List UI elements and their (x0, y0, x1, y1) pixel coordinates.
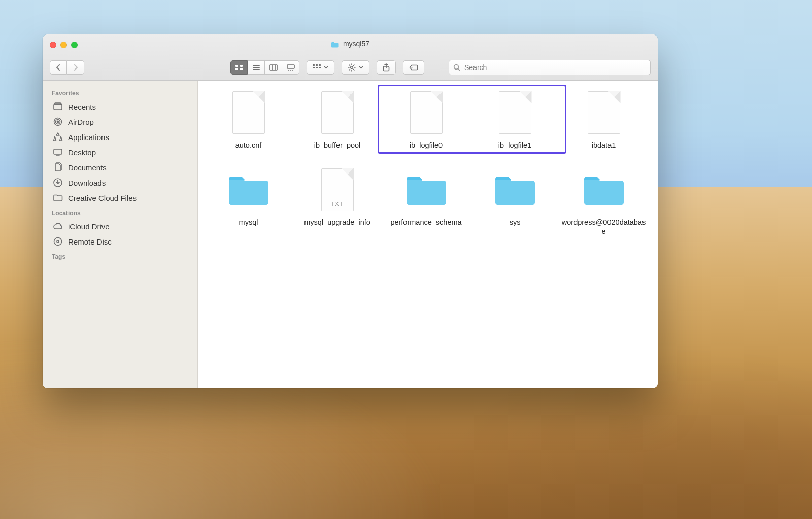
share-button[interactable] (377, 60, 396, 75)
svg-rect-7 (316, 64, 318, 66)
file-item[interactable]: ib_logfile0 (382, 87, 470, 150)
svg-rect-0 (235, 65, 238, 67)
desktop-icon (53, 147, 63, 157)
svg-point-23 (54, 238, 62, 246)
file-item[interactable]: ibdata1 (559, 87, 648, 150)
svg-point-24 (57, 240, 59, 243)
search-input[interactable] (463, 63, 646, 72)
sidebar-item-label: iCloud Drive (68, 222, 110, 231)
svg-rect-21 (54, 149, 62, 154)
item-name: wordpress@0020database (559, 218, 648, 236)
sidebar-item-creative-cloud[interactable]: Creative Cloud Files (49, 190, 193, 205)
search-field[interactable] (449, 60, 651, 75)
sidebar-section-label: Locations (52, 210, 190, 217)
sidebar-item-label: Creative Cloud Files (68, 194, 137, 202)
svg-rect-10 (316, 67, 318, 68)
content-area[interactable]: auto.cnfib_buffer_poolib_logfile0ib_logf… (198, 81, 658, 388)
folder-item[interactable]: performance_schema (382, 164, 470, 236)
svg-rect-6 (313, 64, 315, 66)
grid-dropdown-icon (313, 64, 321, 71)
applications-icon (53, 132, 63, 142)
window-chrome: mysql57 (43, 34, 658, 81)
svg-point-12 (351, 66, 353, 69)
item-name: auto.cnf (204, 141, 293, 150)
airdrop-icon (53, 117, 63, 127)
list-icon (252, 64, 260, 71)
file-icon (293, 87, 382, 139)
sidebar-item-downloads[interactable]: Downloads (49, 175, 193, 190)
item-name: ibdata1 (559, 141, 648, 150)
folder-icon (204, 164, 293, 216)
sidebar-item-remote-disc[interactable]: Remote Disc (49, 234, 193, 249)
forward-button[interactable] (67, 60, 84, 75)
folder-icon (559, 164, 648, 216)
svg-rect-4 (270, 65, 277, 70)
sidebar-item-label: Remote Disc (68, 237, 112, 246)
sidebar: Favorites Recents AirDrop Applications D… (43, 81, 198, 388)
tags-button[interactable] (403, 60, 424, 75)
svg-rect-11 (319, 67, 321, 68)
sidebar-section-label: Tags (52, 253, 190, 260)
folder-icon (382, 164, 470, 216)
tag-icon (409, 64, 418, 71)
sidebar-item-applications[interactable]: Applications (49, 129, 193, 145)
svg-rect-3 (240, 68, 243, 70)
folder-item[interactable]: sys (470, 164, 559, 236)
finder-window: mysql57 (43, 34, 658, 388)
folder-item[interactable]: mysql (204, 164, 293, 236)
svg-rect-8 (319, 64, 321, 66)
svg-rect-5 (287, 65, 294, 68)
item-name: mysql_upgrade_info (293, 218, 382, 227)
svg-rect-2 (235, 68, 238, 70)
arrange-menu[interactable] (307, 60, 334, 75)
nav-group (50, 60, 84, 75)
downloads-icon (53, 178, 63, 188)
item-name: ib_logfile1 (470, 141, 559, 150)
column-view-button[interactable] (265, 60, 282, 75)
chevron-down-icon (324, 66, 328, 69)
chevron-right-icon (73, 64, 79, 71)
file-item[interactable]: ib_logfile1 (470, 87, 559, 150)
svg-point-14 (412, 67, 413, 68)
file-item[interactable]: auto.cnf (204, 87, 293, 150)
file-item[interactable]: TXTmysql_upgrade_info (293, 164, 382, 236)
share-icon (383, 63, 390, 72)
folder-item[interactable]: wordpress@0020database (559, 164, 648, 236)
icon-view-button[interactable] (230, 60, 248, 75)
item-name: performance_schema (382, 218, 470, 227)
cloud-icon (53, 221, 63, 231)
action-menu[interactable] (342, 60, 369, 75)
file-grid: auto.cnfib_buffer_poolib_logfile0ib_logf… (204, 87, 652, 236)
gallery-view-button[interactable] (282, 60, 299, 75)
sidebar-section-label: Favorites (52, 90, 190, 97)
window-title-text: mysql57 (343, 40, 369, 48)
toolbar (50, 60, 651, 75)
file-icon (382, 87, 470, 139)
sidebar-item-airdrop[interactable]: AirDrop (49, 114, 193, 129)
back-button[interactable] (50, 60, 67, 75)
desktop-background: mysql57 (0, 0, 812, 519)
svg-point-20 (57, 121, 58, 122)
folder-icon (470, 164, 559, 216)
sidebar-item-label: Desktop (68, 148, 96, 157)
sidebar-item-label: Documents (68, 163, 107, 172)
svg-rect-9 (313, 67, 315, 68)
chevron-left-icon (55, 64, 61, 71)
window-body: Favorites Recents AirDrop Applications D… (43, 81, 658, 388)
file-item[interactable]: ib_buffer_pool (293, 87, 382, 150)
sidebar-item-label: AirDrop (68, 118, 94, 126)
list-view-button[interactable] (248, 60, 265, 75)
file-icon: TXT (293, 164, 382, 216)
grid-icon (235, 64, 243, 71)
folder-icon (53, 193, 63, 203)
sidebar-item-documents[interactable]: Documents (49, 160, 193, 175)
chevron-down-icon (359, 66, 363, 69)
sidebar-item-recents[interactable]: Recents (49, 99, 193, 114)
sidebar-item-label: Recents (68, 102, 96, 111)
gear-icon (348, 63, 356, 72)
svg-rect-1 (240, 65, 243, 67)
documents-icon (53, 162, 63, 172)
recents-icon (53, 101, 63, 112)
sidebar-item-desktop[interactable]: Desktop (49, 145, 193, 160)
sidebar-item-icloud[interactable]: iCloud Drive (49, 219, 193, 234)
